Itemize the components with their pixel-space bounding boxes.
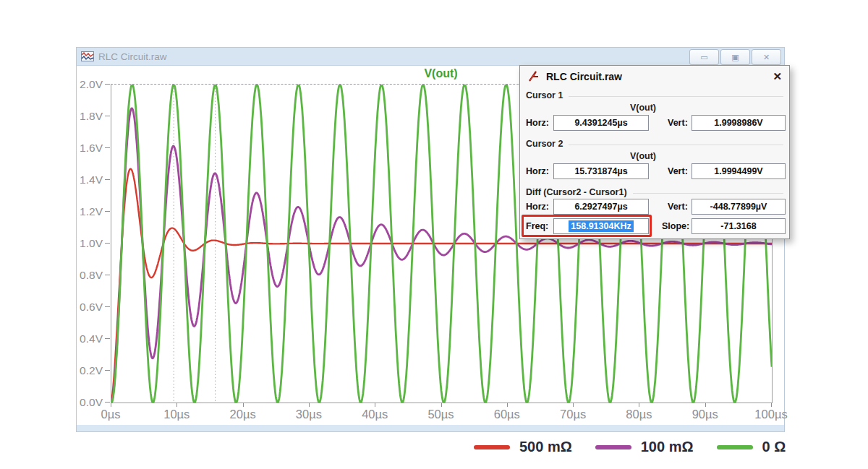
x-tick-label: 80µs <box>626 408 652 421</box>
y-tick-label: 0.4V <box>80 332 103 345</box>
legend-swatch-red <box>474 445 510 449</box>
y-tick-mark <box>105 147 110 148</box>
x-tick-label: 50µs <box>427 408 454 421</box>
maximize-icon: ▣ <box>731 53 739 62</box>
cursor1-trace-name: V(out) <box>520 103 766 113</box>
dialog-titlebar[interactable]: RLC Circuit.raw ✕ <box>520 66 789 87</box>
x-tick-label: 100µs <box>754 408 787 421</box>
cursor1-group-label: Cursor 1 <box>526 90 783 100</box>
window-bottom-edge <box>77 425 784 431</box>
y-tick-mark <box>105 116 110 116</box>
cursor1-horz-label: Horz: <box>526 118 549 128</box>
x-tick-label: 90µs <box>692 408 718 421</box>
cursor2-horz-label: Horz: <box>526 166 549 176</box>
x-tick-label: 0µs <box>101 408 121 421</box>
freq-value-selected: 158.91304KHz <box>569 220 633 232</box>
x-tick-label: 10µs <box>163 408 190 421</box>
diff-vert-field[interactable]: -448.77899µV <box>692 199 786 215</box>
minimize-button[interactable]: ▭ <box>689 49 719 65</box>
y-tick-label: 0.8V <box>80 269 103 282</box>
legend-swatch-green <box>717 445 753 449</box>
x-tick-mark <box>705 403 706 407</box>
x-tick-mark <box>639 403 639 407</box>
slope-label: Slope: <box>662 221 689 231</box>
x-tick-label: 40µs <box>362 408 388 421</box>
diff-horz-label: Horz: <box>526 202 549 212</box>
minimize-icon: ▭ <box>700 53 707 62</box>
maximize-button[interactable]: ▣ <box>720 49 750 65</box>
x-tick-mark <box>573 403 574 407</box>
close-button[interactable]: ✕ <box>752 49 781 65</box>
legend-label: 100 mΩ <box>641 439 694 455</box>
cursor2-vert-label: Vert: <box>668 166 688 176</box>
y-tick-label: 1.6V <box>80 142 103 155</box>
x-tick-label: 70µs <box>560 408 586 421</box>
app-waveform-icon <box>81 51 94 61</box>
y-tick-mark <box>105 275 110 275</box>
y-tick-label: 2.0V <box>80 78 103 91</box>
freq-label: Freq: <box>526 221 548 231</box>
y-tick-mark <box>105 370 110 371</box>
y-tick-mark <box>105 306 110 307</box>
x-tick-mark <box>507 403 508 407</box>
y-tick-label: 0.0V <box>80 396 103 409</box>
x-tick-mark <box>771 403 772 407</box>
x-tick-mark <box>111 403 111 407</box>
cursor-dialog: RLC Circuit.raw ✕ Cursor 1 V(out) Horz: … <box>519 65 790 239</box>
legend-swatch-purple <box>595 445 631 449</box>
legend-label: 0 Ω <box>762 439 786 455</box>
y-tick-mark <box>105 243 110 244</box>
y-tick-label: 1.2V <box>80 205 103 218</box>
cursor1-vert-field[interactable]: 1.9998986V <box>692 115 786 131</box>
y-tick-label: 1.8V <box>80 110 103 123</box>
x-tick-label: 30µs <box>296 408 322 421</box>
x-tick-mark <box>176 403 177 407</box>
x-tick-mark <box>309 403 310 407</box>
y-tick-mark <box>105 84 110 85</box>
dialog-title: RLC Circuit.raw <box>546 71 622 82</box>
x-tick-mark <box>375 403 375 407</box>
legend: 500 mΩ 100 mΩ 0 Ω <box>474 439 786 455</box>
y-tick-mark <box>105 402 110 403</box>
legend-item-100mohm: 100 mΩ <box>595 439 694 455</box>
freq-field[interactable]: 158.91304KHz <box>553 218 649 234</box>
x-axis: 0µs10µs20µs30µs40µs50µs60µs70µs80µs90µs1… <box>111 402 771 423</box>
window-title: RLC Circuit.raw <box>98 51 167 62</box>
diff-group-label: Diff (Cursor2 - Cursor1) <box>526 187 783 197</box>
diff-horz-field[interactable]: 6.2927497µs <box>553 199 649 215</box>
legend-item-500mohm: 500 mΩ <box>474 439 572 455</box>
y-tick-label: 1.4V <box>80 173 103 186</box>
x-tick-label: 60µs <box>494 408 520 421</box>
y-tick-label: 0.2V <box>80 364 103 377</box>
cursor2-group-label: Cursor 2 <box>526 139 783 149</box>
y-axis: 2.0V1.8V1.6V1.4V1.2V1.0V0.8V0.6V0.4V0.2V… <box>77 84 111 402</box>
canvas: { "window": { "title": "RLC Circuit.raw"… <box>0 0 868 469</box>
cursor2-horz-field[interactable]: 15.731874µs <box>553 163 649 179</box>
y-tick-mark <box>105 179 110 180</box>
cursor1-horz-field[interactable]: 9.4391245µs <box>553 115 649 131</box>
diff-vert-label: Vert: <box>668 202 688 212</box>
dialog-close-icon[interactable]: ✕ <box>773 70 782 83</box>
cursor1-vert-label: Vert: <box>668 118 688 128</box>
y-tick-mark <box>105 211 110 212</box>
y-tick-mark <box>105 338 110 339</box>
window-titlebar[interactable]: RLC Circuit.raw ▭ ▣ ✕ <box>77 48 784 66</box>
x-tick-label: 20µs <box>230 408 256 421</box>
legend-label: 500 mΩ <box>519 439 572 455</box>
ltspice-logo-icon <box>527 70 540 83</box>
cursor2-trace-name: V(out) <box>520 151 766 161</box>
y-tick-label: 1.0V <box>80 237 103 250</box>
cursor2-vert-field[interactable]: 1.9994499V <box>692 163 786 179</box>
y-tick-label: 0.6V <box>80 301 103 314</box>
legend-item-0ohm: 0 Ω <box>717 439 786 455</box>
x-tick-mark <box>243 403 244 407</box>
x-tick-mark <box>441 403 442 407</box>
close-icon: ✕ <box>763 53 770 62</box>
slope-field[interactable]: -71.3168 <box>692 218 786 234</box>
